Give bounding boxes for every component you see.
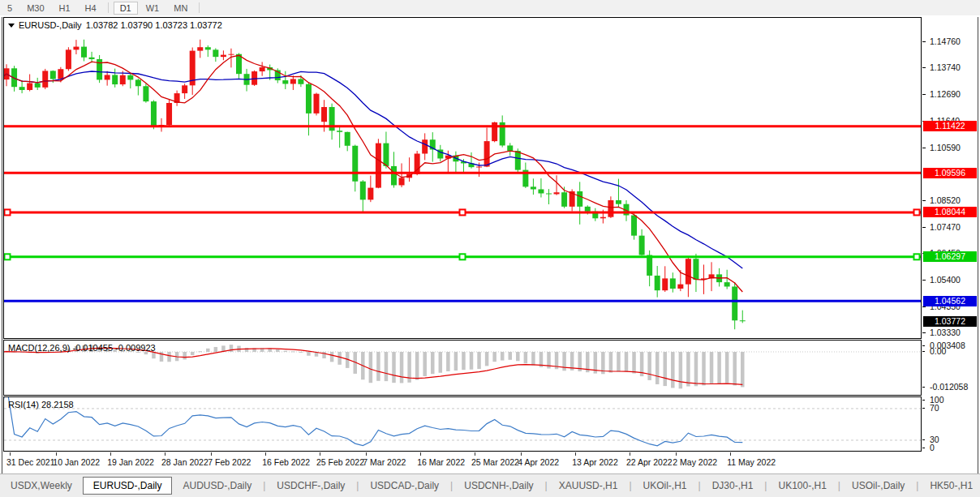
rsi-axis-label: 0	[930, 443, 935, 452]
hline-handle[interactable]	[914, 254, 920, 259]
rsi-axis: 10070300	[922, 396, 979, 452]
timeframe-button-D1[interactable]: D1	[114, 2, 138, 15]
price-axis-tick	[922, 280, 926, 281]
macd-axis-tick	[922, 387, 925, 388]
macd-axis-label: 0.00	[930, 346, 946, 356]
price-badge: 1.09596	[923, 168, 977, 178]
rsi-label: RSI(14) 28.2158	[8, 400, 74, 409]
date-axis-tick	[630, 452, 630, 456]
timeframe-button-M30[interactable]: M30	[20, 2, 50, 15]
chart-symbol-label: EURUSD-,Daily	[19, 20, 82, 30]
price-axis-tick	[922, 67, 926, 68]
date-axis-label: 28 Jan 2022	[161, 457, 208, 467]
price-axis-label: 1.05400	[930, 275, 961, 285]
tab-USOil-Daily[interactable]: USOil-,Daily	[841, 478, 915, 494]
price-axis-tick	[922, 94, 926, 95]
tab-USDCNH-Daily[interactable]: USDCNH-,Daily	[453, 478, 544, 494]
price-chart-canvas[interactable]	[4, 18, 921, 338]
price-axis-tick	[922, 200, 926, 201]
chart-tab-bar: USDX,WeeklyEURUSD-,DailyAUDUSD-,Daily|US…	[0, 473, 980, 497]
macd-axis-label: -0.012058	[930, 382, 968, 392]
timeframe-button-MN[interactable]: MN	[167, 2, 194, 15]
price-axis-label: 1.08520	[930, 195, 961, 205]
chart-quotes: 1.03782 1.03790 1.03723 1.03772	[86, 20, 222, 30]
price-axis-label: 1.14760	[930, 36, 961, 46]
date-axis-tick	[211, 452, 212, 456]
date-axis-label: 10 Jan 2022	[53, 457, 100, 467]
date-axis-tick	[575, 452, 576, 456]
price-axis-label: 1.10590	[930, 143, 961, 152]
date-axis-tick	[676, 452, 677, 456]
date-axis-tick	[265, 452, 266, 456]
price-chart-panel[interactable]: EURUSD-,Daily 1.03782 1.03790 1.03723 1.…	[3, 17, 922, 339]
date-axis-label: 16 Feb 2022	[262, 457, 310, 467]
date-axis-label: 22 Apr 2022	[626, 457, 673, 467]
macd-axis-tick	[922, 345, 925, 346]
timeframe-button-H1[interactable]: H1	[53, 2, 77, 15]
date-axis-label: 16 Mar 2022	[417, 457, 465, 467]
price-axis[interactable]: 1.147601.137401.126901.116401.105901.085…	[922, 17, 979, 339]
rsi-canvas[interactable]	[4, 397, 921, 451]
timeframe-button-5[interactable]: 5	[1, 2, 19, 15]
date-axis-tick	[165, 452, 165, 456]
date-axis-tick	[475, 452, 475, 456]
date-axis-label: 2 May 2022	[673, 457, 717, 467]
tab-HK50-H1[interactable]: HK50-,H1	[919, 478, 980, 494]
price-badge: 1.11422	[923, 121, 977, 131]
tab-USDX-Weekly[interactable]: USDX,Weekly	[0, 478, 83, 494]
macd-panel[interactable]: MACD(12,26,9) -0.010455 -0.009923	[3, 340, 922, 396]
date-axis-tick	[56, 452, 57, 456]
rsi-axis-tick	[922, 408, 925, 409]
price-axis-label: 1.12690	[930, 89, 961, 99]
price-axis-tick	[922, 227, 926, 228]
date-axis-label: 31 Dec 2021	[6, 457, 55, 467]
price-axis-tick	[922, 332, 926, 333]
hline-handle[interactable]	[5, 254, 11, 259]
tab-AUDUSD-Daily[interactable]: AUDUSD-,Daily	[172, 478, 262, 494]
date-axis-tick	[420, 452, 421, 456]
rsi-axis-tick	[922, 400, 925, 401]
price-badge: 1.06297	[923, 251, 977, 262]
price-axis-tick	[922, 41, 926, 42]
macd-label: MACD(12,26,9) -0.010455 -0.009923	[8, 343, 156, 353]
date-axis-tick	[10, 452, 11, 456]
macd-axis-tick	[922, 351, 925, 352]
date-axis-tick	[730, 452, 731, 456]
tab-DJ30-H1[interactable]: DJ30-,H1	[702, 478, 764, 494]
price-axis-tick	[922, 306, 926, 307]
hline-handle[interactable]	[5, 209, 11, 215]
date-axis-label: 19 Jan 2022	[107, 457, 154, 467]
tab-USDCAD-Daily[interactable]: USDCAD-,Daily	[359, 478, 449, 494]
toolbar-separator	[108, 2, 109, 13]
date-axis-tick	[521, 452, 522, 456]
price-axis-label: 1.07470	[930, 222, 961, 232]
rsi-axis-tick	[922, 439, 925, 440]
hline-handle[interactable]	[914, 209, 920, 215]
tab-EURUSD-Daily[interactable]: EURUSD-,Daily	[83, 477, 173, 495]
tab-USDCHF-Daily[interactable]: USDCHF-,Daily	[266, 478, 355, 494]
date-axis-label: 13 Apr 2022	[572, 457, 618, 467]
window-right-edge	[978, 17, 978, 473]
timeframe-button-H4[interactable]: H4	[79, 2, 103, 15]
price-axis-label: 1.13740	[930, 62, 961, 72]
hline-handle[interactable]	[460, 254, 466, 259]
toolbar-separator	[199, 2, 200, 13]
date-axis[interactable]: 31 Dec 202110 Jan 202219 Jan 202228 Jan …	[3, 452, 980, 473]
tab-UKOil-H1[interactable]: UKOil-,H1	[633, 478, 698, 494]
trading-terminal: 5M30H1H4D1W1MN EURUSD-,Daily 1.03782 1.0…	[0, 0, 980, 497]
symbol-dropdown-icon[interactable]	[8, 24, 15, 28]
macd-axis: 0.0034080.00-0.012058	[922, 340, 979, 396]
chart-header: EURUSD-,Daily 1.03782 1.03790 1.03723 1.…	[8, 20, 222, 30]
tab-XAUUSD-H1[interactable]: XAUUSD-,H1	[548, 478, 629, 494]
date-axis-label: 7 Mar 2022	[363, 457, 406, 467]
date-axis-label: 7 Feb 2022	[208, 457, 251, 467]
price-badge: 1.08044	[923, 207, 977, 217]
tab-UK100-H1[interactable]: UK100-,H1	[767, 478, 836, 494]
price-axis-label: 1.03330	[930, 328, 961, 337]
rsi-axis-tick	[922, 448, 925, 448]
rsi-panel[interactable]: RSI(14) 28.2158	[3, 396, 922, 452]
date-axis-label: 11 May 2022	[727, 457, 776, 467]
timeframe-button-W1[interactable]: W1	[140, 2, 166, 15]
hline-handle[interactable]	[460, 209, 466, 215]
price-badge: 1.04562	[923, 296, 977, 306]
